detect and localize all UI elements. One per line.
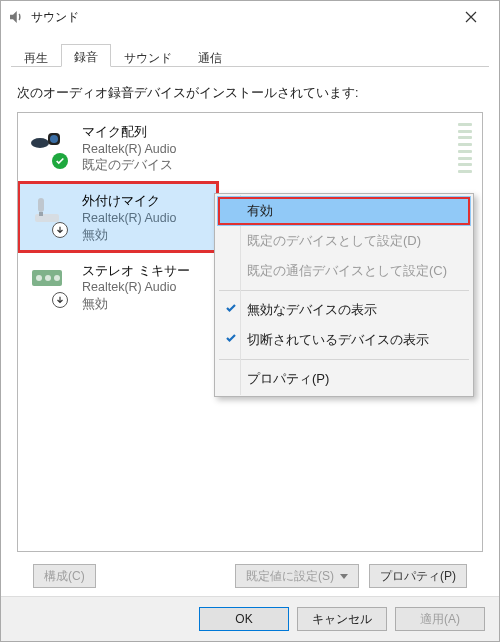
device-title: マイク配列: [82, 123, 470, 141]
level-meter: [458, 123, 472, 173]
ctx-separator: [219, 359, 469, 360]
set-default-button[interactable]: 既定値に設定(S): [235, 564, 359, 588]
context-menu: 有効 既定のデバイスとして設定(D) 既定の通信デバイスとして設定(C) 無効な…: [214, 193, 474, 397]
svg-point-0: [31, 138, 49, 148]
context-menu-wrap: 有効 既定のデバイスとして設定(D) 既定の通信デバイスとして設定(C) 無効な…: [214, 193, 474, 397]
status-badge-disabled: [52, 222, 68, 238]
sound-dialog: サウンド 再生 録音 サウンド 通信 次のオーディオ録音デバイスがインストールさ…: [0, 0, 500, 642]
check-icon: [225, 302, 239, 316]
svg-rect-5: [39, 212, 43, 216]
tab-content: 次のオーディオ録音デバイスがインストールされています: マイク配列 Realte…: [1, 67, 499, 596]
app-icon: [7, 8, 25, 26]
dialog-footer: OK キャンセル 適用(A): [1, 596, 499, 641]
device-status: 既定のデバイス: [82, 157, 470, 174]
device-icon-mic-array: [30, 123, 70, 174]
svg-rect-3: [38, 198, 44, 212]
device-status: 無効: [82, 227, 206, 244]
properties-button[interactable]: プロパティ(P): [369, 564, 467, 588]
tab-sound[interactable]: サウンド: [111, 45, 185, 68]
device-mic-array[interactable]: マイク配列 Realtek(R) Audio 既定のデバイス: [18, 113, 482, 182]
tab-comm[interactable]: 通信: [185, 45, 235, 68]
svg-point-9: [54, 275, 60, 281]
lower-button-row: 構成(C) 既定値に設定(S) プロパティ(P): [17, 552, 483, 596]
device-sub: Realtek(R) Audio: [82, 210, 206, 227]
ctx-enable[interactable]: 有効: [217, 196, 471, 226]
ctx-show-disconnected[interactable]: 切断されているデバイスの表示: [217, 325, 471, 355]
apply-button[interactable]: 適用(A): [395, 607, 485, 631]
tab-playback[interactable]: 再生: [11, 45, 61, 68]
instruction-text: 次のオーディオ録音デバイスがインストールされています:: [17, 85, 483, 102]
ctx-separator: [219, 290, 469, 291]
svg-point-2: [50, 135, 58, 143]
tab-recording[interactable]: 録音: [61, 44, 111, 67]
configure-button[interactable]: 構成(C): [33, 564, 96, 588]
device-title: 外付けマイク: [82, 192, 206, 210]
device-icon-external-mic: [30, 192, 70, 243]
cancel-button[interactable]: キャンセル: [297, 607, 387, 631]
status-badge-disabled: [52, 292, 68, 308]
titlebar: サウンド: [1, 1, 499, 33]
tabstrip: 再生 録音 サウンド 通信: [11, 43, 489, 67]
device-icon-stereo-mixer: [30, 262, 70, 313]
status-badge-default: [52, 153, 68, 169]
check-icon: [225, 332, 239, 346]
ctx-show-disabled[interactable]: 無効なデバイスの表示: [217, 295, 471, 325]
svg-point-7: [36, 275, 42, 281]
tab-area: 再生 録音 サウンド 通信: [1, 33, 499, 67]
device-external-mic[interactable]: 外付けマイク Realtek(R) Audio 無効: [18, 182, 218, 251]
ctx-properties[interactable]: プロパティ(P): [217, 364, 471, 394]
close-button[interactable]: [449, 2, 493, 32]
ok-button[interactable]: OK: [199, 607, 289, 631]
ctx-item-label: 切断されているデバイスの表示: [247, 332, 429, 347]
device-listbox[interactable]: マイク配列 Realtek(R) Audio 既定のデバイス 外付けマイク Re…: [17, 112, 483, 552]
ctx-item-label: 無効なデバイスの表示: [247, 302, 377, 317]
window-title: サウンド: [31, 9, 79, 26]
svg-rect-4: [35, 214, 59, 222]
ctx-set-default-device[interactable]: 既定のデバイスとして設定(D): [217, 226, 471, 256]
ctx-set-default-comm[interactable]: 既定の通信デバイスとして設定(C): [217, 256, 471, 286]
device-sub: Realtek(R) Audio: [82, 141, 470, 158]
svg-point-8: [45, 275, 51, 281]
